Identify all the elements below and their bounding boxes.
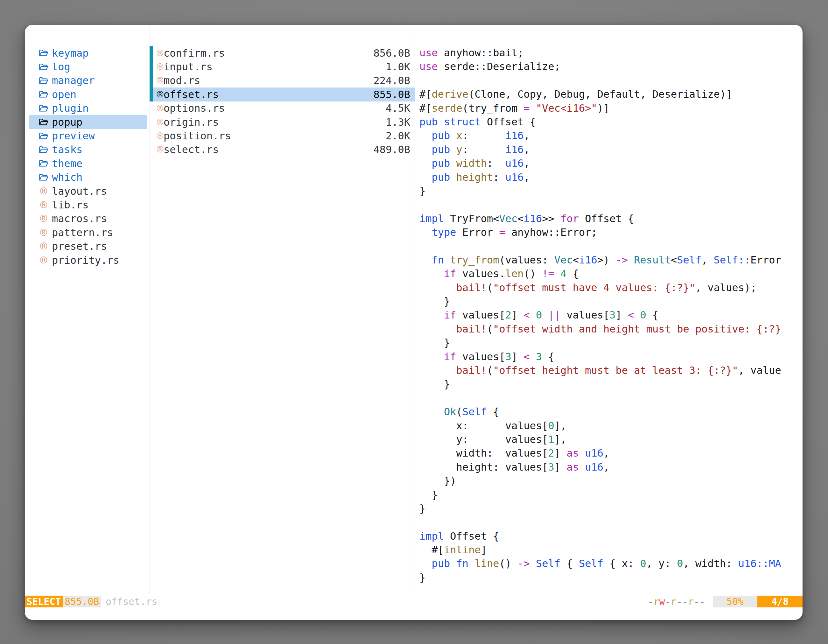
- file-name: position.rs: [163, 130, 231, 142]
- rust-file-icon: ®: [155, 76, 163, 85]
- sidebar-item-label: which: [52, 171, 82, 183]
- rust-file-icon: ®: [155, 104, 163, 113]
- file-size-badge: 855.0B: [63, 595, 101, 607]
- code-line: pub struct Offset {: [419, 115, 799, 129]
- code-line: #[serde(try_from = "Vec<i16>")]: [419, 102, 799, 115]
- sidebar-item-priority-rs[interactable]: ®priority.rs: [29, 253, 147, 267]
- sidebar-item-label: theme: [52, 158, 82, 169]
- code-line: pub x: i16,: [419, 129, 799, 143]
- code-line: fn try_from(values: Vec<i16>) -> Result<…: [419, 253, 799, 267]
- code-line: #[inline]: [419, 543, 799, 557]
- file-row-options-rs[interactable]: ®options.rs4.5K: [153, 102, 415, 115]
- code-line: }: [419, 502, 799, 516]
- sidebar-item-open[interactable]: open: [29, 88, 147, 101]
- sidebar-item-macros-rs[interactable]: ®macros.rs: [29, 212, 147, 226]
- file-row-input-rs[interactable]: ®input.rs1.0K: [153, 60, 415, 74]
- file-name: confirm.rs: [163, 47, 225, 59]
- sidebar-item-tasks[interactable]: tasks: [29, 143, 147, 157]
- sidebar-item-manager[interactable]: manager: [29, 74, 147, 88]
- code-line: }): [419, 474, 799, 488]
- file-size: 1.0K: [386, 61, 410, 73]
- file-manager-window: keymaplogmanageropenpluginpopuppreviewta…: [25, 25, 803, 620]
- code-line: impl Offset {: [419, 530, 799, 543]
- sidebar-item-keymap[interactable]: keymap: [29, 46, 147, 60]
- code-line: [419, 391, 799, 405]
- folder-icon: [39, 132, 52, 140]
- sidebar-item-theme[interactable]: theme: [29, 157, 147, 170]
- file-row-mod-rs[interactable]: ®mod.rs224.0B: [153, 74, 415, 88]
- pane-divider-left: [149, 27, 150, 594]
- code-line: bail!("offset width and height must be p…: [419, 322, 799, 336]
- sidebar-item-popup[interactable]: popup: [29, 115, 147, 129]
- code-line: #[derive(Clone, Copy, Debug, Default, De…: [419, 88, 799, 101]
- rust-file-icon: ®: [39, 228, 52, 237]
- rust-file-icon: ®: [155, 49, 163, 58]
- rust-file-icon: ®: [39, 186, 52, 196]
- code-line: impl TryFrom<Vec<i16>> for Offset {: [419, 212, 799, 226]
- code-line: pub height: u16,: [419, 171, 799, 184]
- code-line: }: [419, 488, 799, 502]
- folder-icon: [39, 146, 52, 154]
- pane-divider-right: [415, 27, 415, 594]
- file-row-origin-rs[interactable]: ®origin.rs1.3K: [153, 115, 415, 129]
- code-line: }: [419, 336, 799, 350]
- code-line: x: values[0],: [419, 419, 799, 433]
- code-line: width: values[2] as u16,: [419, 447, 799, 460]
- mode-badge: SELECT: [25, 595, 63, 607]
- folder-icon: [39, 118, 52, 126]
- file-name: select.rs: [163, 144, 219, 155]
- sidebar-item-log[interactable]: log: [29, 60, 147, 74]
- sidebar-item-preset-rs[interactable]: ®preset.rs: [29, 239, 147, 253]
- sidebar-item-label: preset.rs: [52, 240, 107, 252]
- sidebar-item-label: macros.rs: [52, 213, 107, 225]
- folder-icon: [39, 160, 52, 168]
- rust-file-icon: ®: [155, 63, 163, 71]
- code-line: use anyhow::bail;: [419, 46, 799, 60]
- sidebar-item-label: popup: [52, 116, 82, 128]
- desktop: { "colors": { "orange": "#fba008", "sele…: [0, 0, 828, 644]
- rust-file-icon: ®: [39, 255, 52, 265]
- file-row-select-rs[interactable]: ®select.rs489.0B: [153, 143, 415, 157]
- code-line: if values[3] < 3 {: [419, 350, 799, 364]
- sidebar-item-label: layout.rs: [52, 185, 107, 197]
- file-row-position-rs[interactable]: ®position.rs2.0K: [153, 129, 415, 143]
- code-line: if values.len() != 4 {: [419, 267, 799, 280]
- code-line: use serde::Deserialize;: [419, 60, 799, 74]
- sidebar-item-label: manager: [52, 74, 95, 86]
- preview-pane: use anyhow::bail;use serde::Deserialize;…: [419, 46, 799, 584]
- rust-file-icon: ®: [39, 241, 52, 251]
- sidebar-item-preview[interactable]: preview: [29, 129, 147, 143]
- folder-icon: [39, 104, 52, 112]
- cursor-position-badge: 4/8: [757, 595, 803, 607]
- sidebar-item-label: keymap: [52, 47, 89, 59]
- folder-icon: [39, 63, 52, 71]
- scrollbar-indicator[interactable]: [149, 46, 153, 102]
- file-row-confirm-rs[interactable]: ®confirm.rs856.0B: [153, 46, 415, 60]
- status-bar: SELECT 855.0B offset.rs -rw-r--r-- 50% 4…: [25, 595, 803, 607]
- code-line: }: [419, 295, 799, 308]
- rust-file-icon: ®: [155, 118, 163, 127]
- hovered-file-name: offset.rs: [106, 595, 157, 607]
- file-size: 4.5K: [386, 102, 410, 114]
- sidebar-item-pattern-rs[interactable]: ®pattern.rs: [29, 226, 147, 239]
- code-line: }: [419, 571, 799, 584]
- permissions-text: -rw-r--r--: [648, 595, 705, 607]
- code-line: }: [419, 378, 799, 391]
- code-line: [419, 74, 799, 88]
- file-size: 2.0K: [386, 130, 410, 142]
- sidebar-item-label: pattern.rs: [52, 227, 113, 239]
- folder-icon: [39, 49, 52, 57]
- folder-icon: [39, 173, 52, 181]
- file-size: 855.0B: [373, 88, 410, 100]
- sidebar-item-plugin[interactable]: plugin: [29, 102, 147, 115]
- sidebar-item-which[interactable]: which: [29, 171, 147, 184]
- parent-pane: keymaplogmanageropenpluginpopuppreviewta…: [29, 46, 147, 267]
- file-name: offset.rs: [163, 88, 219, 100]
- sidebar-item-lib-rs[interactable]: ®lib.rs: [29, 198, 147, 212]
- code-line: [419, 239, 799, 253]
- sidebar-item-layout-rs[interactable]: ®layout.rs: [29, 184, 147, 198]
- scroll-percent-badge: 50%: [713, 595, 757, 607]
- sidebar-item-label: open: [52, 88, 76, 100]
- file-row-offset-rs[interactable]: ®offset.rs855.0B: [153, 88, 415, 101]
- sidebar-item-label: tasks: [52, 144, 82, 155]
